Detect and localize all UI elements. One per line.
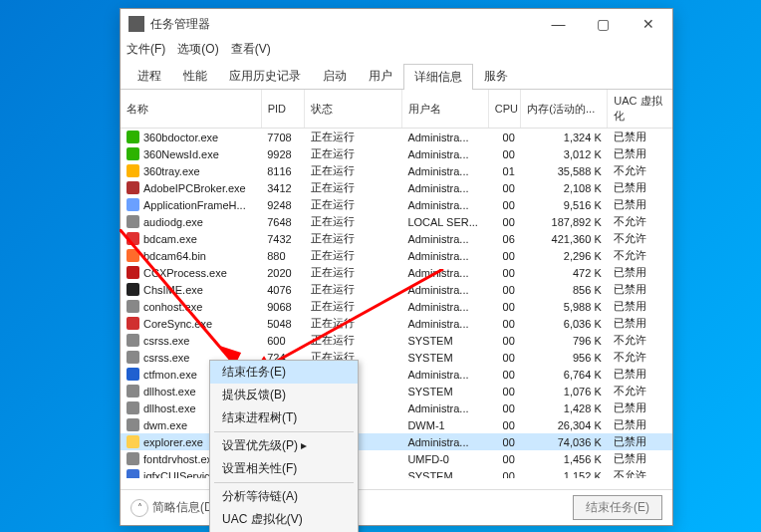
table-row[interactable]: ctfmon.exe3648正在运行Administra...006,764 K… (121, 366, 672, 383)
bottom-bar: ˄ 简略信息(D) 结束任务(E) (121, 489, 672, 525)
table-row[interactable]: csrss.exe600正在运行SYSTEM00796 K不允许 (121, 332, 672, 349)
cell: 正在运行 (305, 230, 402, 247)
cell: 已禁用 (608, 281, 672, 298)
table-row[interactable]: dwm.exe1076正在运行DWM-10026,304 K已禁用 (121, 416, 672, 433)
cell: 360NewsId.exe (121, 145, 261, 162)
cell: 2,108 K (521, 179, 608, 196)
col-header[interactable]: UAC 虚拟化 (608, 90, 672, 129)
table-row[interactable]: igfxCUIServiceSYSTEM001,152 K不允许 (121, 467, 672, 478)
table-body: 360bdoctor.exe7708正在运行Administra...001,3… (121, 129, 672, 479)
menu-options[interactable]: 选项(O) (177, 41, 218, 58)
context-menu-item[interactable]: UAC 虚拟化(V) (210, 508, 358, 531)
table-row[interactable]: 360bdoctor.exe7708正在运行Administra...001,3… (121, 129, 672, 146)
cell: 不允许 (608, 332, 672, 349)
table-row[interactable]: ApplicationFrameH...9248正在运行Administra..… (121, 196, 672, 213)
cell: Administra... (401, 315, 488, 332)
tab-4[interactable]: 用户 (358, 63, 403, 89)
tab-0[interactable]: 进程 (127, 63, 172, 89)
close-button[interactable]: ✕ (626, 10, 670, 38)
app-icon (128, 16, 144, 32)
context-menu-item[interactable]: 提供反馈(B) (210, 384, 358, 406)
table-header-row: 名称PID状态用户名CPU内存(活动的...UAC 虚拟化 (121, 90, 672, 129)
cell: conhost.exe (121, 298, 261, 315)
context-menu-item[interactable]: 设置相关性(F) (210, 457, 358, 480)
cell: 956 K (521, 349, 608, 366)
col-header[interactable]: 内存(活动的... (521, 90, 608, 129)
maximize-button[interactable]: ▢ (581, 10, 626, 38)
context-menu-item[interactable]: 结束任务(E) (210, 361, 358, 384)
table-row[interactable]: fontdrvhost.exUMFD-0001,456 K已禁用 (121, 450, 672, 467)
cell: 已禁用 (608, 196, 672, 213)
end-task-button[interactable]: 结束任务(E) (573, 495, 662, 520)
table-row[interactable]: AdobeIPCBroker.exe3412正在运行Administra...0… (121, 179, 672, 196)
table-row[interactable]: dllhost.exe9872正在运行Administra...001,428 … (121, 399, 672, 416)
tab-2[interactable]: 应用历史记录 (218, 63, 312, 89)
cell: Administra... (401, 264, 488, 281)
table-row[interactable]: dllhost.exe7736正在运行SYSTEM001,076 K不允许 (121, 383, 672, 399)
cell: 正在运行 (305, 281, 402, 298)
cell: 已禁用 (608, 399, 672, 416)
context-menu-item[interactable]: 设置优先级(P) ▸ (210, 434, 358, 457)
cell: 7432 (261, 230, 304, 247)
col-header[interactable]: PID (261, 90, 304, 129)
cell: 4076 (261, 281, 304, 298)
cell: 不允许 (608, 467, 672, 478)
table-row[interactable]: audiodg.exe7648正在运行LOCAL SER...00187,892… (121, 213, 672, 230)
cell: 9248 (261, 196, 304, 213)
cell: 5048 (261, 315, 304, 332)
cell: 1,428 K (521, 399, 608, 416)
cell: Administra... (401, 129, 488, 146)
table-row[interactable]: ChsIME.exe4076正在运行Administra...00856 K已禁… (121, 281, 672, 298)
cell: 不允许 (608, 230, 672, 247)
cell: 74,036 K (521, 433, 608, 450)
cell: 00 (488, 315, 521, 332)
minimize-button[interactable]: — (536, 10, 581, 38)
col-header[interactable]: 名称 (121, 90, 261, 129)
table-row[interactable]: conhost.exe9068正在运行Administra...005,988 … (121, 298, 672, 315)
cell: 已禁用 (608, 129, 672, 146)
cell: ChsIME.exe (121, 281, 261, 298)
table-row[interactable]: bdcam.exe7432正在运行Administra...06421,360 … (121, 230, 672, 247)
col-header[interactable]: 状态 (305, 90, 402, 129)
cell: 00 (488, 179, 521, 196)
cell: UMFD-0 (401, 450, 488, 467)
table-row[interactable]: explorer.exe4256正在运行Administra...0074,03… (121, 433, 672, 450)
cell: 796 K (521, 332, 608, 349)
tab-6[interactable]: 服务 (473, 63, 519, 89)
tabs: 进程性能应用历史记录启动用户详细信息服务 (121, 63, 672, 90)
cell: 正在运行 (305, 129, 402, 146)
cell: SYSTEM (401, 332, 488, 349)
context-menu-item[interactable]: 结束进程树(T) (210, 406, 358, 429)
tab-3[interactable]: 启动 (312, 63, 358, 89)
cell: 2020 (261, 264, 304, 281)
col-header[interactable]: 用户名 (401, 90, 488, 129)
tab-5[interactable]: 详细信息 (403, 64, 473, 90)
cell: 不允许 (608, 383, 672, 399)
table-row[interactable]: 360NewsId.exe9928正在运行Administra...003,01… (121, 145, 672, 162)
table-row[interactable]: 360tray.exe8116正在运行Administra...0135,588… (121, 162, 672, 179)
table-row[interactable]: CoreSync.exe5048正在运行Administra...006,036… (121, 315, 672, 332)
cell: 360bdoctor.exe (121, 129, 261, 146)
col-header[interactable]: CPU (488, 90, 521, 129)
table-row[interactable]: csrss.exe724正在运行SYSTEM00956 K不允许 (121, 349, 672, 366)
menu-view[interactable]: 查看(V) (231, 41, 271, 58)
task-manager-window: 任务管理器 — ▢ ✕ 文件(F) 选项(O) 查看(V) 进程性能应用历史记录… (120, 8, 673, 526)
cell: 5,988 K (521, 298, 608, 315)
menu-file[interactable]: 文件(F) (127, 41, 165, 58)
cell: 正在运行 (305, 196, 402, 213)
cell: 不允许 (608, 349, 672, 366)
fewer-details-toggle[interactable]: ˄ 简略信息(D) (130, 499, 217, 517)
context-menu-item[interactable]: 分析等待链(A) (210, 485, 358, 508)
cell: 不允许 (608, 247, 672, 264)
table-row[interactable]: bdcam64.bin880正在运行Administra...002,296 K… (121, 247, 672, 264)
context-menu: 结束任务(E)提供反馈(B)结束进程树(T)设置优先级(P) ▸设置相关性(F)… (209, 360, 359, 532)
tab-1[interactable]: 性能 (172, 63, 218, 89)
cell: bdcam64.bin (121, 247, 261, 264)
titlebar[interactable]: 任务管理器 — ▢ ✕ (121, 9, 672, 39)
cell: 1,456 K (521, 450, 608, 467)
cell: 472 K (521, 264, 608, 281)
cell: 00 (488, 213, 521, 230)
table-row[interactable]: CCXProcess.exe2020正在运行Administra...00472… (121, 264, 672, 281)
cell: 600 (261, 332, 304, 349)
window-title: 任务管理器 (150, 16, 536, 33)
